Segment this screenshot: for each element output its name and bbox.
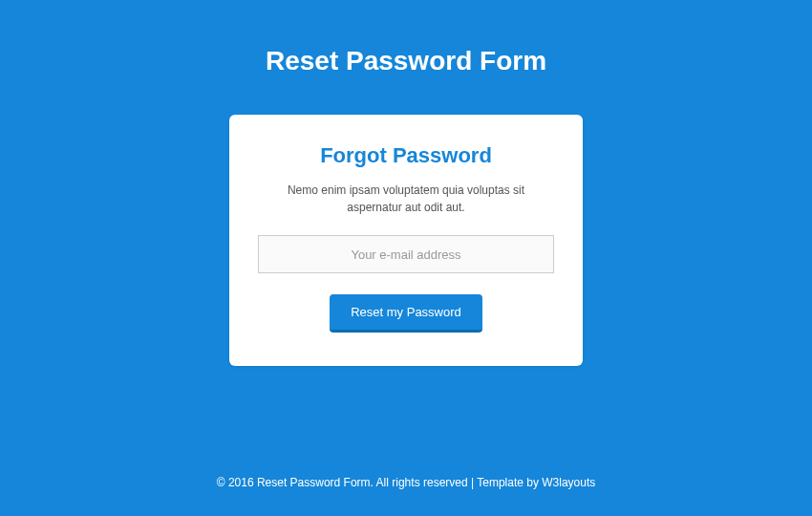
- card-title: Forgot Password: [320, 143, 492, 168]
- email-input[interactable]: [258, 235, 554, 273]
- footer-copyright: © 2016 Reset Password Form. All rights r…: [217, 476, 543, 489]
- footer: © 2016 Reset Password Form. All rights r…: [0, 476, 812, 489]
- page-title: Reset Password Form: [266, 46, 546, 76]
- reset-password-card: Forgot Password Nemo enim ipsam voluptat…: [229, 115, 583, 366]
- card-description: Nemo enim ipsam voluptatem quia voluptas…: [258, 182, 554, 216]
- reset-password-button[interactable]: Reset my Password: [330, 294, 482, 333]
- footer-link[interactable]: W3layouts: [542, 476, 595, 489]
